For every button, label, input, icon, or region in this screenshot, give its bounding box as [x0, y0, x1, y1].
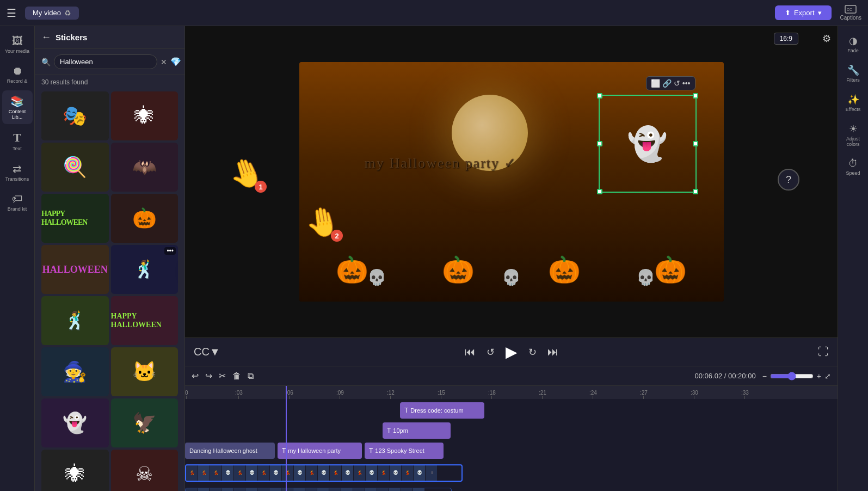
results-count: 30 results found — [35, 75, 184, 89]
sticker-tool-crop[interactable]: ⬜ — [651, 79, 660, 88]
play-pause-button[interactable]: ▶ — [506, 343, 518, 361]
sticker-item[interactable]: 🐱 — [111, 347, 178, 396]
sticker-emoji: HAPPY HALLOWEEN — [111, 312, 178, 329]
track-area: T Dress code: costum — [185, 401, 838, 420]
rewind-to-start-button[interactable]: ⏮ — [465, 346, 476, 358]
handle-top-left[interactable] — [597, 93, 602, 99]
sidebar-item-text[interactable]: T Text — [2, 126, 33, 156]
cc-button[interactable]: CC▼ — [194, 346, 220, 358]
sticker-item[interactable]: HAPPY HALLOWEEN — [111, 296, 178, 345]
delete-button[interactable]: 🗑 — [232, 371, 241, 381]
thumb-frame: 💃 — [198, 488, 210, 491]
thumb-frame: ⏸ — [426, 464, 438, 481]
time-separator: / — [724, 372, 728, 380]
copy-button[interactable]: ⧉ — [248, 371, 254, 381]
forward-to-end-button[interactable]: ⏭ — [547, 346, 558, 358]
expand-timeline-button[interactable]: ⤢ — [824, 372, 831, 380]
sticker-emoji: HALLOWEEN — [42, 264, 108, 275]
sticker-item[interactable]: HAPPY HALLOWEEN — [41, 194, 109, 243]
sticker-emoji: 🕺 — [64, 310, 86, 331]
sticker-item[interactable]: ☠ — [111, 450, 178, 491]
settings-icon[interactable]: ⚙ — [822, 33, 831, 45]
export-button[interactable]: ⬆ Export ▾ — [775, 5, 832, 20]
sidebar-item-your-media[interactable]: 🖼 Your media — [2, 30, 33, 58]
right-tool-effects[interactable]: ✨ Effects — [839, 89, 867, 116]
right-tool-filters[interactable]: 🔧 Filters — [839, 60, 867, 87]
right-tool-speed[interactable]: ⏱ Speed — [839, 154, 867, 180]
sticker-item[interactable]: 🕺 — [41, 296, 109, 345]
track-clip[interactable]: T Dress code: costum — [400, 402, 484, 419]
handle-top-right[interactable] — [693, 93, 698, 99]
handle-mid-left[interactable] — [597, 141, 602, 146]
thumb-frame: 💃 — [221, 488, 233, 491]
search-input[interactable] — [54, 54, 157, 69]
thumb-frame: 💀 — [233, 488, 245, 491]
thumb-frame: 💃 — [198, 464, 210, 481]
preview-area: my Halloween party ✓ 🎃 🎃 🎃 🎃 💀 💀 💀 👻 — [185, 26, 838, 337]
right-tool-label: Adjust colors — [841, 136, 865, 147]
sticker-item[interactable]: 👻 — [41, 398, 109, 447]
sidebar-item-content-library[interactable]: 📚 Content Lib... — [2, 90, 33, 124]
sidebar-item-brand-kit[interactable]: 🏷 Brand kit — [2, 188, 33, 216]
sticker-item[interactable]: 🎃 — [111, 194, 178, 243]
zoom-slider[interactable] — [770, 372, 814, 380]
undo-button[interactable]: ↩ — [192, 371, 199, 381]
track-clip[interactable]: T 10pm — [383, 422, 451, 439]
zoom-in-button[interactable]: + — [817, 372, 821, 380]
track-clip[interactable]: T my Halloween party — [278, 443, 362, 459]
sticker-emoji: 🕷 — [134, 105, 154, 127]
sticker-item[interactable]: 🧙 — [41, 347, 109, 396]
sticker-item[interactable]: 🍭 — [41, 143, 109, 192]
ruler-mark: :09 — [336, 390, 344, 399]
text-clip-icon: T — [369, 447, 373, 455]
hand-icon-1: 🤚 — [224, 152, 269, 195]
svg-text:CC: CC — [847, 8, 852, 11]
track-clip[interactable]: Dancing Halloween ghost — [185, 443, 275, 459]
thumb-frame: 💃 — [293, 488, 305, 491]
playhead[interactable] — [286, 386, 287, 491]
captions-button[interactable]: CC Captions — [840, 5, 861, 21]
timeline-content[interactable]: 0 :03 :06 :09 :12 :15 :18 :21 :24 :27 :3… — [185, 386, 838, 491]
sticker-item[interactable]: 🕺 ••• Add to timeline — [111, 245, 178, 294]
redo-button[interactable]: ↪ — [205, 371, 212, 381]
right-tool-adjust-colors[interactable]: ☀ Adjust colors — [839, 119, 867, 151]
sidebar-item-transitions[interactable]: ⇄ Transitions — [2, 158, 33, 186]
selected-sticker[interactable]: 👻 ⬜ 🔗 ↺ ••• — [599, 95, 697, 193]
brand-kit-icon: 🏷 — [12, 193, 23, 205]
ai-search-button[interactable]: 💎 — [170, 57, 181, 67]
aspect-ratio-button[interactable]: 16:9 — [774, 33, 798, 45]
sticker-item[interactable]: HALLOWEEN — [41, 245, 109, 294]
track-row-video-1: 💃 💃 💃 💀 💃 💀 💃 💀 💃 💀 — [185, 462, 838, 483]
sticker-item[interactable]: 🦇 — [111, 143, 178, 192]
cut-button[interactable]: ✂ — [219, 371, 226, 381]
video-track-clip-2[interactable]: 💀 💃 💀 💃 💀 💃 💀 💃 💀 💃 — [185, 488, 452, 491]
thumb-frame: 💀 — [210, 488, 221, 491]
handle-bottom-left[interactable] — [597, 189, 602, 194]
help-button[interactable]: ? — [778, 169, 799, 191]
current-tab[interactable]: My video ♻ — [25, 7, 79, 20]
clear-search-button[interactable]: ✕ — [161, 58, 167, 66]
handle-mid-right[interactable] — [693, 141, 698, 146]
handle-bottom-right[interactable] — [693, 189, 698, 194]
content-library-icon: 📚 — [10, 95, 24, 108]
forward-5s-button[interactable]: ↻ — [528, 346, 537, 358]
zoom-out-button[interactable]: − — [762, 372, 767, 380]
sticker-item[interactable]: 🦅 — [111, 398, 178, 447]
fullscreen-button[interactable]: ⛶ — [818, 346, 829, 358]
back-button[interactable]: ← — [41, 32, 51, 43]
track-clip[interactable]: T 123 Spooky Street — [365, 443, 444, 459]
right-tool-fade[interactable]: ◑ Fade — [839, 30, 867, 58]
rewind-5s-button[interactable]: ↺ — [487, 346, 495, 358]
sticker-item[interactable]: 🕷 — [111, 91, 178, 140]
thumb-frame: 💀 — [222, 464, 234, 481]
sticker-item[interactable]: 🎭 — [41, 91, 109, 140]
hamburger-icon[interactable]: ☰ — [7, 7, 16, 20]
video-track-clip[interactable]: 💃 💃 💃 💀 💃 💀 💃 💀 💃 💀 — [185, 464, 463, 482]
sticker-more-button[interactable]: ••• — [164, 247, 176, 255]
sticker-tool-rotate[interactable]: ↺ — [674, 79, 680, 88]
sticker-tool-link[interactable]: 🔗 — [662, 79, 672, 88]
sidebar-item-record[interactable]: ⏺ Record & — [2, 60, 33, 88]
thumb-frame: 💃 — [341, 488, 353, 491]
sticker-item[interactable]: 🕷 — [41, 450, 109, 491]
sticker-tool-more[interactable]: ••• — [682, 79, 691, 88]
